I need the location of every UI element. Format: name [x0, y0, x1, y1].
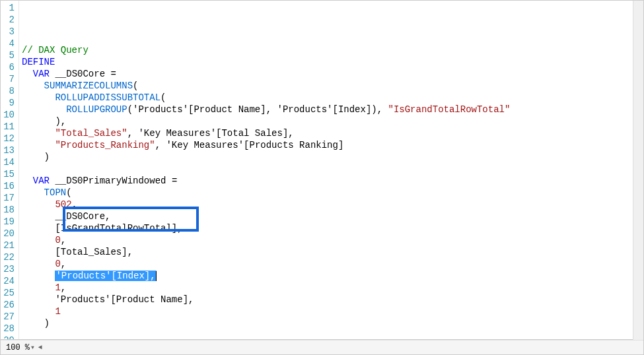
- code-line[interactable]: 0,: [22, 234, 641, 246]
- code-line[interactable]: ROLLUPGROUP('Products'[Product Name], 'P…: [22, 104, 641, 115]
- line-number: 25: [2, 287, 15, 299]
- code-token: ,: [72, 199, 77, 210]
- code-token: ): [44, 152, 50, 162]
- line-number: 9: [2, 97, 15, 109]
- code-line[interactable]: [22, 163, 641, 175]
- dropdown-icon[interactable]: ▼: [31, 344, 34, 350]
- line-number: 10: [2, 109, 15, 121]
- line-number: 20: [2, 228, 15, 240]
- code-line[interactable]: 1,: [22, 282, 641, 294]
- code-line[interactable]: // DAX Query: [22, 44, 641, 56]
- line-number: 4: [2, 38, 15, 49]
- code-line[interactable]: DEFINE: [22, 56, 641, 68]
- line-number: 6: [2, 61, 15, 73]
- code-line[interactable]: SUMMARIZECOLUMNS(: [22, 80, 641, 92]
- line-number: 19: [2, 216, 15, 228]
- selected-text: 'Products'[Index],: [55, 271, 156, 281]
- scroll-left-icon[interactable]: ◄: [38, 344, 42, 351]
- code-line[interactable]: 1: [22, 306, 641, 317]
- line-number: 7: [2, 73, 15, 85]
- status-bar: 100 % ▼ ◄: [1, 340, 643, 354]
- code-token: ): [44, 318, 50, 329]
- code-line[interactable]: ): [22, 317, 641, 329]
- code-token: __DS0Core: [50, 69, 110, 79]
- line-number: 23: [2, 263, 15, 275]
- line-number: 18: [2, 204, 15, 216]
- code-token: [Total_Sales],: [55, 247, 133, 257]
- code-token: VAR: [33, 176, 50, 186]
- code-line[interactable]: [22, 329, 641, 340]
- code-line[interactable]: __DS0Core,: [22, 210, 641, 222]
- code-line[interactable]: [IsGrandTotalRowTotal],: [22, 222, 641, 234]
- code-token: =: [172, 176, 177, 186]
- code-line[interactable]: "Total_Sales", 'Key Measures'[Total Sale…: [22, 127, 641, 139]
- code-token: ,: [61, 235, 66, 245]
- code-token: SUMMARIZECOLUMNS: [44, 81, 133, 91]
- code-token: ),: [55, 116, 66, 127]
- code-token: [IsGrandTotalRowTotal],: [55, 223, 182, 234]
- zoom-control[interactable]: 100 % ▼: [6, 343, 34, 352]
- code-token: , 'Key Measures'[Total Sales],: [127, 128, 294, 139]
- code-line[interactable]: TOPN(: [22, 187, 641, 199]
- line-number: 3: [2, 26, 15, 38]
- code-line[interactable]: ),: [22, 115, 641, 127]
- code-line[interactable]: VAR __DS0Core =: [22, 68, 641, 80]
- code-token: , 'Key Measures'[Products Ranking]: [155, 140, 344, 150]
- zoom-value: 100 %: [6, 343, 30, 352]
- line-number-gutter: 1234567891011121314151617181920212223242…: [1, 1, 19, 339]
- code-token: 1: [55, 306, 60, 317]
- code-token: ,: [61, 282, 66, 293]
- code-line[interactable]: "Products_Ranking", 'Key Measures'[Produ…: [22, 139, 641, 151]
- line-number: 8: [2, 85, 15, 97]
- code-token: ,: [61, 259, 66, 269]
- code-line[interactable]: 0,: [22, 258, 641, 270]
- line-number: 29: [2, 335, 15, 340]
- line-number: 14: [2, 156, 15, 168]
- line-number: 21: [2, 240, 15, 251]
- line-number: 27: [2, 311, 15, 323]
- line-number: 26: [2, 299, 15, 311]
- code-token: __DS0PrimaryWindowed: [50, 176, 172, 186]
- line-number: 5: [2, 49, 15, 61]
- code-line[interactable]: 502,: [22, 199, 641, 210]
- code-token: // DAX Query: [22, 45, 89, 55]
- code-token: VAR: [33, 69, 50, 79]
- line-number: 24: [2, 275, 15, 287]
- code-token: ROLLUPADDISSUBTOTAL: [55, 92, 161, 103]
- code-token: (: [161, 92, 166, 103]
- line-number: 16: [2, 180, 15, 192]
- code-token: DEFINE: [22, 57, 55, 67]
- code-line[interactable]: [Total_Sales],: [22, 246, 641, 258]
- line-number: 1: [2, 2, 15, 14]
- code-token: 'Products'[Product Name],: [55, 294, 194, 305]
- code-token: "Products_Ranking": [55, 140, 155, 150]
- line-number: 13: [2, 145, 15, 156]
- code-line[interactable]: ROLLUPADDISSUBTOTAL(: [22, 92, 641, 104]
- code-editor[interactable]: 1234567891011121314151617181920212223242…: [1, 1, 643, 340]
- code-token: (: [133, 81, 138, 91]
- line-number: 28: [2, 323, 15, 335]
- line-number: 17: [2, 192, 15, 204]
- code-token: ROLLUPGROUP: [66, 104, 127, 115]
- line-number: 15: [2, 168, 15, 180]
- code-token: "Total_Sales": [55, 128, 127, 139]
- code-area[interactable]: // DAX QueryDEFINE VAR __DS0Core = SUMMA…: [19, 1, 643, 339]
- code-token: 1: [55, 282, 60, 293]
- code-token: 502: [55, 199, 71, 210]
- code-token: TOPN: [44, 187, 67, 198]
- code-token: __DS0Core,: [55, 211, 110, 222]
- code-token: ('Products'[Product Name], 'Products'[In…: [127, 104, 388, 115]
- code-line[interactable]: ): [22, 151, 641, 163]
- code-line[interactable]: VAR __DS0PrimaryWindowed =: [22, 175, 641, 187]
- code-token: 0: [55, 259, 60, 269]
- code-line[interactable]: 'Products'[Product Name],: [22, 294, 641, 306]
- line-number: 11: [2, 121, 15, 133]
- code-token: "IsGrandTotalRowTotal": [388, 104, 511, 115]
- line-number: 2: [2, 14, 15, 26]
- line-number: 22: [2, 251, 15, 263]
- code-token: (: [66, 187, 71, 198]
- code-token: =: [110, 69, 116, 79]
- code-token: 0: [55, 235, 60, 245]
- code-line[interactable]: 'Products'[Index],: [22, 270, 641, 282]
- vertical-scrollbar[interactable]: [633, 1, 643, 340]
